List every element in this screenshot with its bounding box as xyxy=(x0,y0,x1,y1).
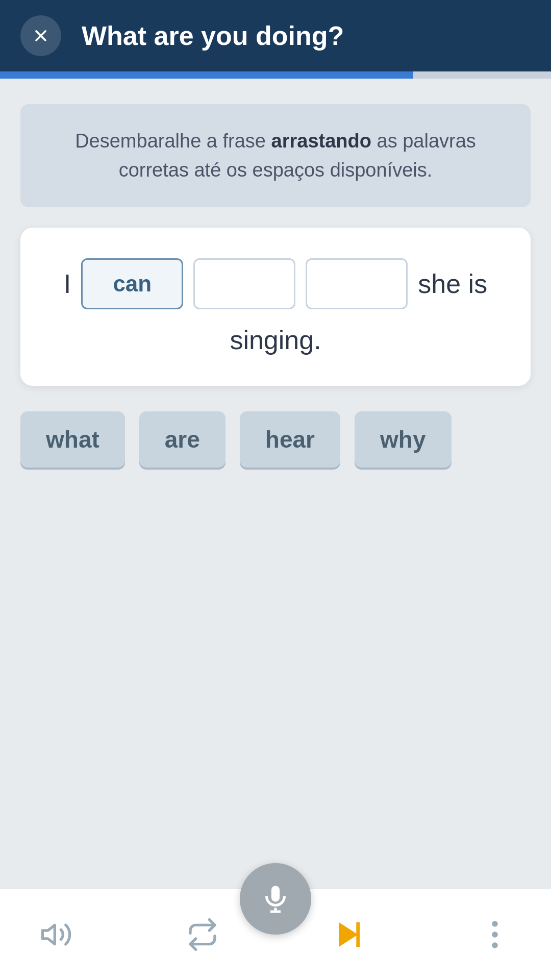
mic-button[interactable] xyxy=(240,863,311,935)
word-slot-1-text: can xyxy=(113,271,152,297)
instruction-text: Desembaralhe a frase arrastando as palav… xyxy=(51,127,500,185)
sentence-box: I can she is singing. xyxy=(20,228,531,386)
sentence-end-word: singing. xyxy=(230,325,321,355)
repeat-button[interactable] xyxy=(182,914,223,955)
header: What are you doing? xyxy=(0,0,551,71)
instruction-box: Desembaralhe a frase arrastando as palav… xyxy=(20,104,531,207)
more-icon xyxy=(491,919,498,950)
progress-bar-fill xyxy=(0,71,413,79)
next-button[interactable] xyxy=(328,914,369,955)
word-options: what are hear why xyxy=(20,406,531,473)
svg-point-10 xyxy=(492,942,498,948)
svg-marker-6 xyxy=(339,922,358,947)
more-button[interactable] xyxy=(474,914,515,955)
svg-marker-2 xyxy=(42,925,55,944)
sentence-line-1: I can she is xyxy=(46,258,505,309)
svg-point-8 xyxy=(492,921,498,927)
sentence-line-2: singing. xyxy=(46,325,505,355)
svg-rect-3 xyxy=(272,886,280,901)
word-option-hear[interactable]: hear xyxy=(240,411,340,468)
word-option-why[interactable]: why xyxy=(355,411,451,468)
close-button[interactable] xyxy=(20,15,61,56)
word-slot-1[interactable]: can xyxy=(81,258,183,309)
sentence-word-she-is: she is xyxy=(418,268,487,299)
main-content: Desembaralhe a frase arrastando as palav… xyxy=(0,79,551,888)
page-title: What are you doing? xyxy=(82,20,344,51)
mic-icon xyxy=(260,884,291,914)
word-option-are[interactable]: are xyxy=(139,411,226,468)
volume-button[interactable] xyxy=(36,914,77,955)
word-option-what[interactable]: what xyxy=(20,411,125,468)
word-slot-3[interactable] xyxy=(306,258,408,309)
word-slot-2[interactable] xyxy=(193,258,295,309)
svg-point-9 xyxy=(492,932,498,938)
next-icon xyxy=(332,918,365,951)
progress-bar-container xyxy=(0,71,551,79)
sentence-word-i: I xyxy=(64,268,71,299)
bottom-bar xyxy=(0,888,551,980)
